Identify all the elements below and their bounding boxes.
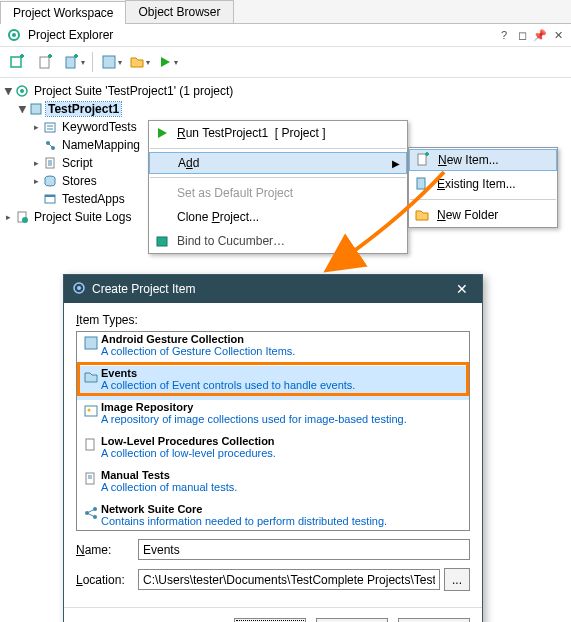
menu-clone-project[interactable]: Clone Project...	[149, 205, 407, 229]
save-dropdown[interactable]	[99, 51, 123, 73]
run-dropdown[interactable]	[155, 51, 179, 73]
script-icon	[42, 155, 58, 171]
menu-add[interactable]: Add ▶	[149, 152, 407, 174]
list-item[interactable]: Image RepositoryA repository of image co…	[77, 400, 469, 434]
menu-separator	[410, 199, 556, 200]
expand-icon[interactable]: ▸	[30, 158, 42, 168]
expand-icon[interactable]: ▸	[30, 176, 42, 186]
expand-icon[interactable]: ⯆	[16, 104, 28, 114]
menu-separator	[150, 148, 406, 149]
svg-rect-4	[66, 57, 75, 68]
project-explorer-header: Project Explorer ? ◻ 📌 ✕	[0, 24, 571, 47]
existing-item-icon	[413, 175, 431, 193]
svg-rect-18	[157, 237, 167, 246]
dialog-icon	[72, 281, 86, 298]
list-item-events[interactable]: EventsA collection of Event controls use…	[77, 366, 469, 400]
list-item[interactable]: Network Suite CoreContains information n…	[77, 502, 469, 531]
add-submenu: New Item... Existing Item... New Folder	[408, 147, 558, 228]
location-input[interactable]	[138, 569, 440, 590]
panel-help-button[interactable]: ?	[497, 28, 511, 42]
main-tabs: Project Workspace Object Browser	[0, 0, 571, 24]
panel-title: Project Explorer	[28, 28, 493, 42]
create-project-item-dialog: Create Project Item ✕ Item Types: Androi…	[63, 274, 483, 622]
svg-rect-20	[417, 178, 425, 189]
add-item-dropdown[interactable]	[62, 51, 86, 73]
list-item[interactable]: Android Gesture CollectionA collection o…	[77, 332, 469, 366]
network-icon	[81, 505, 101, 531]
dialog-titlebar[interactable]: Create Project Item ✕	[64, 275, 482, 303]
tree-item-label: TestedApps	[60, 192, 127, 206]
tree-item-label: Stores	[60, 174, 99, 188]
menu-set-default: Set as Default Project	[149, 181, 407, 205]
submenu-new-folder[interactable]: New Folder	[409, 203, 557, 227]
svg-rect-2	[11, 57, 21, 67]
project-icon	[28, 101, 44, 117]
tree-item-label: Project Suite Logs	[32, 210, 133, 224]
events-icon	[81, 369, 101, 397]
project-explorer-toolbar	[0, 47, 571, 78]
submenu-existing-item[interactable]: Existing Item...	[409, 172, 557, 196]
tab-object-browser[interactable]: Object Browser	[125, 0, 233, 23]
submenu-new-item[interactable]: New Item...	[409, 149, 557, 171]
name-label: Name:	[76, 543, 138, 557]
suite-icon	[14, 83, 30, 99]
tree-item-label: NameMapping	[60, 138, 142, 152]
menu-separator	[150, 177, 406, 178]
keywordtests-icon	[42, 119, 58, 135]
menu-run-project[interactable]: Run TestProject1 [ Project ]	[149, 121, 407, 145]
new-item-icon	[414, 151, 432, 169]
svg-rect-5	[103, 56, 115, 68]
svg-point-25	[88, 409, 91, 412]
svg-point-1	[12, 33, 16, 37]
run-icon	[153, 124, 171, 142]
help-button[interactable]: Help	[398, 618, 470, 622]
project-label: TestProject1	[46, 102, 121, 116]
expand-icon[interactable]: ⯆	[2, 86, 14, 96]
cancel-button[interactable]: Cancel	[316, 618, 388, 622]
folder-icon	[413, 206, 431, 224]
ok-button[interactable]: OK	[234, 618, 306, 622]
list-item[interactable]: Low-Level Procedures CollectionA collect…	[77, 434, 469, 468]
bind-icon	[153, 232, 171, 250]
svg-rect-23	[85, 337, 97, 349]
panel-close-button[interactable]: ✕	[551, 28, 565, 42]
stores-icon	[42, 173, 58, 189]
logs-icon	[14, 209, 30, 225]
testedapps-icon	[42, 191, 58, 207]
manual-icon	[81, 471, 101, 499]
tree-item-label: Script	[60, 156, 95, 170]
tree-project-suite[interactable]: ⯆ Project Suite 'TestProject1' (1 projec…	[2, 82, 571, 100]
expand-icon[interactable]: ▸	[30, 122, 42, 132]
list-item[interactable]: Manual TestsA collection of manual tests…	[77, 468, 469, 502]
item-types-list[interactable]: Android Gesture CollectionA collection o…	[76, 331, 470, 531]
name-input[interactable]	[138, 539, 470, 560]
tree-item-label: KeywordTests	[60, 120, 139, 134]
tab-project-workspace[interactable]: Project Workspace	[0, 1, 126, 24]
panel-dock-button[interactable]: ◻	[515, 28, 529, 42]
tree-project[interactable]: ⯆ TestProject1	[2, 100, 571, 118]
dialog-title-text: Create Project Item	[92, 282, 450, 296]
svg-rect-8	[31, 104, 41, 114]
panel-pin-button[interactable]: 📌	[533, 28, 547, 42]
gesture-icon	[81, 335, 101, 363]
add-project-suite-button[interactable]	[6, 51, 30, 73]
browse-button[interactable]: ...	[444, 568, 470, 591]
svg-rect-19	[418, 154, 426, 165]
suite-label: Project Suite 'TestProject1' (1 project)	[32, 84, 235, 98]
dialog-close-button[interactable]: ✕	[450, 281, 474, 297]
svg-point-7	[20, 89, 24, 93]
submenu-arrow-icon: ▶	[392, 158, 400, 169]
menu-more[interactable]: Bind to Cucumber…	[149, 229, 407, 253]
image-repo-icon	[81, 403, 101, 431]
toolbar-separator	[92, 52, 93, 72]
project-explorer-icon	[6, 27, 22, 43]
folder-dropdown[interactable]	[127, 51, 151, 73]
svg-rect-24	[85, 406, 97, 416]
add-project-button[interactable]	[34, 51, 58, 73]
svg-rect-26	[86, 439, 94, 450]
expand-icon[interactable]: ▸	[2, 212, 14, 222]
svg-rect-3	[40, 57, 49, 68]
svg-point-17	[22, 217, 28, 223]
project-context-menu: Run TestProject1 [ Project ] Add ▶ Set a…	[148, 120, 408, 254]
lowlevel-icon	[81, 437, 101, 465]
